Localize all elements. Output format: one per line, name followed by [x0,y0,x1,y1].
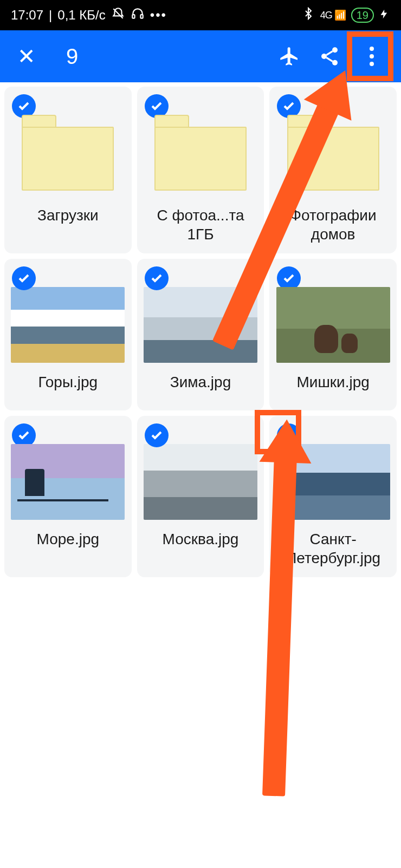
more-status-icon: ••• [150,8,167,23]
item-name: Санкт-Петербург.jpg [276,530,390,567]
more-menu-button[interactable] [354,35,389,78]
image-thumbnail [144,444,257,520]
select-toggle[interactable] [12,266,36,290]
signal-icon: 4G 📶 [320,9,346,21]
status-time: 17:07 [11,8,43,23]
image-thumbnail [144,287,257,363]
item-name: Москва.jpg [163,530,239,549]
headphones-icon [131,6,145,24]
svg-point-3 [321,54,327,59]
status-bar: 17:07 | 0,1 КБ/с ••• 4G 📶 19 [0,0,401,30]
image-thumbnail [276,287,390,363]
share-button[interactable] [314,41,345,71]
grid-item[interactable]: Москва.jpg [137,416,264,577]
file-grid: Загрузки С фотоа...та 1ГБ Фотографии дом… [0,82,401,577]
grid-item[interactable]: С фотоа...та 1ГБ [137,87,264,253]
select-toggle[interactable] [277,423,301,447]
select-toggle[interactable] [145,266,169,290]
item-name: Зима.jpg [170,373,231,391]
selection-count: 9 [66,44,78,69]
svg-point-4 [332,60,338,66]
grid-item[interactable]: Фотографии домов [269,87,397,253]
grid-item[interactable]: Загрузки [4,87,132,253]
bluetooth-icon [302,7,315,23]
grid-item[interactable]: Зима.jpg [137,259,264,410]
item-name: Загрузки [37,206,99,225]
mute-icon [111,6,125,24]
svg-rect-0 [132,15,134,18]
more-vertical-icon [370,47,374,66]
grid-item[interactable]: Мишки.jpg [269,259,397,410]
folder-icon [282,115,385,196]
item-name: Горы.jpg [38,373,98,391]
item-name: Море.jpg [37,530,100,549]
folder-icon [16,115,119,196]
item-name: С фотоа...та 1ГБ [144,206,257,244]
image-thumbnail [276,444,390,520]
item-name: Мишки.jpg [296,373,369,391]
charging-icon [379,8,390,23]
status-net-speed: 0,1 КБ/с [57,8,105,23]
item-name: Фотографии домов [276,206,390,244]
grid-item[interactable]: Горы.jpg [4,259,132,410]
svg-rect-1 [140,15,143,18]
folder-icon [149,115,252,196]
selection-app-bar: ✕ 9 [0,30,401,82]
select-toggle[interactable] [145,423,169,447]
close-selection-button[interactable]: ✕ [12,44,41,69]
offline-button[interactable] [274,41,305,71]
grid-item[interactable]: Санкт-Петербург.jpg [269,416,397,577]
grid-item[interactable]: Море.jpg [4,416,132,577]
battery-indicator: 19 [351,8,374,23]
image-thumbnail [11,444,125,520]
image-thumbnail [11,287,125,363]
svg-point-2 [332,47,338,53]
